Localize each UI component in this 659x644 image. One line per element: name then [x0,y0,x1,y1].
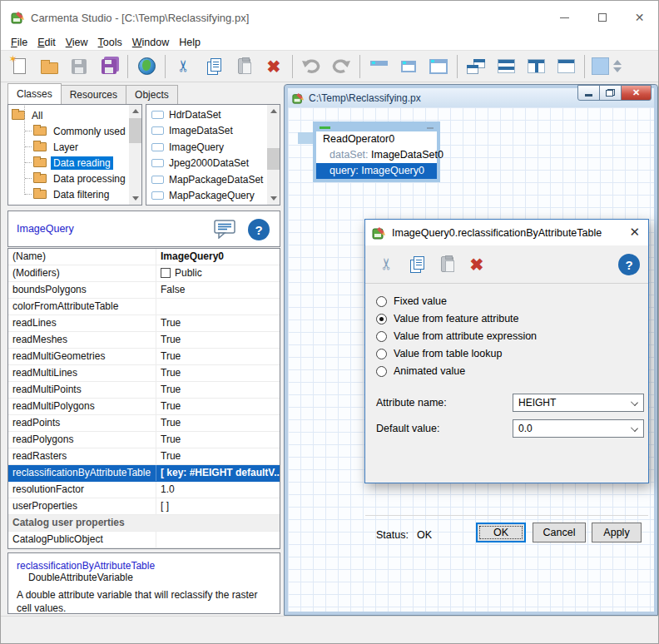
menu-file[interactable]: File [6,36,32,49]
tree-item-data-reading[interactable]: Data reading [22,155,141,171]
open-button[interactable] [34,53,64,80]
property-row[interactable]: readMeshesTrue [8,332,280,349]
tree-item-layer[interactable]: Layer [22,139,141,155]
dialog-title-bar[interactable]: ImageQuery0.reclassificationByAttributeT… [365,220,648,245]
cut-button[interactable]: ✂ [169,53,199,80]
tree-item-commonly-used[interactable]: Commonly used [22,123,141,139]
menu-view[interactable]: View [61,36,93,49]
dialog-delete-button[interactable]: ✖ [462,251,492,278]
property-row[interactable]: readMultiPointsTrue [8,382,280,399]
minimize-button[interactable] [546,1,583,34]
scrollbar-thumb[interactable] [267,148,280,170]
swatch-spinner[interactable] [613,60,622,72]
node-port-query-selected[interactable]: query: ImageQuery0 [316,163,437,179]
property-row[interactable]: (Modifiers)Public [8,265,280,282]
document-close-button[interactable]: ✕ [621,85,652,101]
radio-value-from-table-lookup[interactable]: Value from table lookup [376,346,502,361]
public-checkbox[interactable] [161,268,171,278]
undo-button[interactable] [296,53,326,80]
property-row[interactable]: (Name)ImageQuery0 [8,249,280,265]
menu-tools[interactable]: Tools [93,36,127,49]
redo-button[interactable] [326,53,356,80]
close-button[interactable]: ✕ [621,1,658,34]
selected-class-name[interactable]: ImageQuery [17,223,74,235]
property-row[interactable]: boundsPolygonsFalse [8,282,280,299]
tile-vertical-button[interactable] [521,53,551,80]
property-row[interactable]: readRastersTrue [8,448,280,465]
paste-button[interactable] [229,53,259,80]
property-row[interactable]: readPointsTrue [8,415,280,432]
property-row[interactable]: readMultiPolygonsTrue [8,399,280,415]
list-item[interactable]: MapPackageQuery [151,188,280,205]
radio-value-from-attribute-expression[interactable]: Value from attribute expression [376,329,537,344]
radio-animated-value[interactable]: Animated value [376,364,465,379]
apply-button[interactable]: Apply [592,523,642,542]
property-row[interactable]: readMultiLinesTrue [8,365,280,382]
radio-fixed-value[interactable]: Fixed value [376,294,447,309]
radio-value-from-feature-attribute[interactable]: Value from feature attribute [376,311,519,326]
new-button[interactable]: ✶ [4,53,34,80]
copy-button[interactable] [199,53,229,80]
delete-button[interactable]: ✖ [259,53,289,80]
read-operator-node[interactable]: ReadOperator0 dataSet: ImageDataSet0 que… [313,121,440,182]
default-value-combo[interactable]: 0.0 [513,419,644,438]
dialog-cut-button[interactable]: ✂ [372,251,402,278]
scrollbar-thumb[interactable] [129,118,141,143]
node-collapse-icon[interactable] [427,127,434,129]
tab-objects[interactable]: Objects [126,85,178,104]
property-row[interactable]: readMultiGeometriesTrue [8,349,280,365]
dialog-copy-button[interactable] [402,251,432,278]
property-row[interactable]: resolutionFactor1.0 [8,482,280,498]
menu-help[interactable]: Help [174,36,206,49]
list-item[interactable]: ImageDataSet [151,123,280,140]
document-restore-button[interactable] [599,85,622,101]
tree-scrollbar[interactable] [129,105,141,205]
color-swatch-icon[interactable] [592,57,609,75]
maximize-button[interactable] [583,1,621,34]
menu-edit[interactable]: Edit [32,36,61,49]
document-minimize-button[interactable] [577,85,600,101]
help-icon[interactable]: ? [248,219,270,240]
property-row-selected[interactable]: reclassificationByAttributeTable[ key: #… [8,465,280,482]
attribute-name-combo[interactable]: HEIGHT [513,394,644,412]
normal-view-button[interactable] [394,53,424,80]
list-item[interactable]: MapPackageDataSet [151,171,280,188]
dialog-help-icon[interactable]: ? [618,254,640,275]
maximized-view-button[interactable] [424,53,453,80]
scroll-down-icon[interactable] [267,192,280,205]
cascade-windows-button[interactable] [461,53,491,80]
property-row[interactable]: colorFromAttributeTable [8,299,280,315]
list-item[interactable]: HdrDataSet [151,107,280,123]
tree-item-data-processing[interactable]: Data processing [22,171,141,186]
tree-item-all[interactable]: All [12,107,141,123]
tab-resources[interactable]: Resources [61,85,126,104]
save-all-button[interactable] [94,53,124,80]
property-row[interactable]: CatalogPublicObject [8,532,280,548]
save-button[interactable] [64,53,94,80]
list-scrollbar[interactable] [267,105,280,205]
node-port-dataset[interactable]: dataSet: ImageDataSet0 [316,147,437,163]
property-row[interactable]: userProperties[ ] [8,498,280,515]
scroll-up-icon[interactable] [129,105,141,117]
dialog-paste-button[interactable] [432,251,462,278]
scroll-down-icon[interactable] [129,192,141,205]
tree-item-data-filtering[interactable]: Data filtering [22,186,141,202]
color-swatch-control[interactable] [588,53,625,80]
node-title[interactable]: ReadOperator0 [316,131,437,147]
cancel-button[interactable]: Cancel [533,523,586,542]
ok-button[interactable]: OK [476,523,526,542]
property-row[interactable]: readPolygonsTrue [8,432,280,448]
document-title-bar[interactable]: C:\Temp\Reclassifying.px ✕ [288,88,654,107]
property-row[interactable]: readLinesTrue [8,315,280,332]
globe-button[interactable] [131,53,161,80]
menu-window[interactable]: Window [127,36,174,49]
minimized-view-button[interactable] [364,53,394,80]
list-item[interactable]: ImageQuery [151,139,280,156]
list-item[interactable]: Jpeg2000DataSet [151,156,280,172]
tile-horizontal-button[interactable] [491,53,521,80]
tab-classes[interactable]: Classes [7,83,62,104]
scroll-up-icon[interactable] [267,105,280,117]
dialog-close-icon[interactable]: ✕ [629,225,640,240]
comment-icon[interactable] [214,220,236,239]
single-window-button[interactable] [551,53,581,80]
